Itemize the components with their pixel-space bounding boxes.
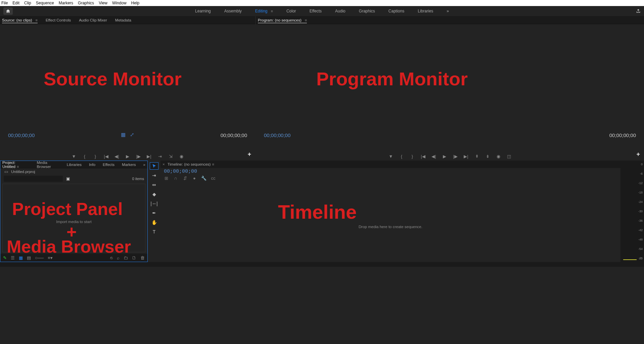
source-settings-icon[interactable]: ▦ (121, 132, 126, 137)
insert-icon[interactable]: ⇥ (157, 154, 162, 159)
tab-metadata[interactable]: Metadata (115, 18, 131, 22)
pen-tool[interactable]: ✒ (150, 210, 158, 216)
delete-icon[interactable]: 🗑 (140, 255, 145, 260)
meter-tick: -48 (638, 238, 643, 241)
menu-edit[interactable]: Edit (12, 1, 19, 5)
menu-view[interactable]: View (99, 1, 107, 5)
workspace-editing[interactable]: Editing (255, 9, 273, 13)
p-export-frame-icon[interactable]: ◉ (496, 154, 501, 159)
menu-markers[interactable]: Markers (59, 1, 73, 5)
timeline-tabs: × Timeline: (no sequences) (160, 161, 620, 168)
audio-meter-panel: 0 -6 -12 -18 -24 -30 -36 -42 -48 -54 dB (620, 161, 644, 262)
annotation-project-panel: Project Panel (12, 199, 123, 219)
share-icon[interactable] (636, 9, 641, 13)
p-compare-icon[interactable]: ◫ (507, 154, 511, 159)
tl-linked-sel-icon[interactable]: ⇵ (183, 176, 187, 180)
p-go-to-out-icon[interactable]: ▶| (464, 154, 468, 159)
slip-tool[interactable]: |↔| (150, 200, 158, 207)
menu-graphics[interactable]: Graphics (78, 1, 94, 5)
p-step-forward-icon[interactable]: |▶ (453, 154, 458, 159)
tab-markers[interactable]: Markers (122, 163, 136, 167)
add-marker-icon[interactable]: ▼ (72, 154, 76, 159)
selection-tool[interactable] (150, 163, 158, 169)
workspace-graphics[interactable]: Graphics (359, 9, 375, 13)
menu-sequence[interactable]: Sequence (36, 1, 54, 5)
workspace-libraries[interactable]: Libraries (418, 9, 433, 13)
workspace-captions[interactable]: Captions (388, 9, 404, 13)
workspace-list: Learning Assembly Editing Color Effects … (195, 9, 449, 13)
new-item-icon[interactable]: 🗋 (132, 255, 136, 260)
source-tc-left[interactable]: 00;00;00;00 (8, 132, 35, 138)
project-search-input[interactable] (4, 176, 63, 182)
meter-tick: -24 (638, 200, 643, 204)
tl-snap-icon[interactable]: ∩ (173, 176, 178, 180)
program-monitor-body: Program Monitor 00;00;00;00 00;00;00;00 … (256, 24, 644, 161)
p-add-marker-icon[interactable]: ▼ (388, 154, 393, 159)
type-tool[interactable]: T (150, 228, 158, 235)
p-play-icon[interactable]: ▶ (442, 154, 447, 159)
project-writable-icon[interactable]: ✎ (3, 255, 7, 260)
go-to-in-icon[interactable]: |◀ (104, 154, 108, 159)
tl-captions-icon[interactable]: cc (211, 176, 216, 180)
step-back-icon[interactable]: ◀| (114, 154, 119, 159)
home-button[interactable] (3, 7, 13, 15)
tab-source[interactable]: Source: (no clips) (2, 18, 38, 23)
tl-settings-icon[interactable]: 🔧 (201, 176, 206, 180)
go-to-out-icon[interactable]: ▶| (147, 154, 151, 159)
p-go-to-in-icon[interactable]: |◀ (421, 154, 425, 159)
workspace-assembly[interactable]: Assembly (224, 9, 242, 13)
ripple-edit-tool[interactable]: ⇔ (150, 181, 158, 188)
step-forward-icon[interactable]: |▶ (136, 154, 141, 159)
play-icon[interactable]: ▶ (125, 154, 130, 159)
menu-file[interactable]: File (1, 1, 8, 5)
meter-tick: -36 (638, 219, 643, 222)
workspace-effects[interactable]: Effects (310, 9, 322, 13)
tab-program[interactable]: Program: (no sequences) (258, 18, 307, 23)
tab-audio-clip-mixer[interactable]: Audio Clip Mixer (79, 18, 107, 22)
tab-effects[interactable]: Effects (103, 163, 114, 167)
project-tabs-overflow[interactable]: » (143, 163, 145, 167)
annotation-timeline: Timeline (278, 201, 357, 223)
tab-timeline[interactable]: Timeline: (no sequences) (168, 162, 214, 166)
export-frame-icon[interactable]: ◉ (179, 154, 184, 159)
hand-tool[interactable]: ✋ (150, 219, 158, 226)
monitor-area: Source: (no clips) Effect Controls Audio… (0, 16, 644, 161)
mark-in-icon[interactable]: { (82, 154, 87, 159)
project-body[interactable]: Project Panel Import media to start + Me… (2, 184, 145, 252)
razor-tool[interactable]: ◆ (150, 191, 158, 198)
tab-effect-controls[interactable]: Effect Controls (46, 18, 71, 22)
workspace-color[interactable]: Color (286, 9, 296, 13)
source-add-button[interactable]: + (247, 151, 251, 158)
tab-libraries[interactable]: Libraries (67, 163, 82, 167)
program-tc-left[interactable]: 00;00;00;00 (264, 132, 290, 138)
menu-help[interactable]: Help (131, 1, 140, 5)
p-step-back-icon[interactable]: ◀| (431, 154, 436, 159)
p-extract-icon[interactable]: ⇟ (485, 154, 490, 159)
new-bin-from-search-icon[interactable]: ▣ (65, 176, 70, 181)
menu-clip[interactable]: Clip (24, 1, 31, 5)
tl-marker-icon[interactable]: ● (192, 176, 197, 180)
annotation-media-browser: Media Browser (7, 236, 131, 257)
tab-media-browser[interactable]: Media Browser (37, 161, 59, 169)
timeline-timecode[interactable]: 00;00;00;00 (160, 168, 620, 175)
tl-seq-nest-icon[interactable]: ⊞ (164, 176, 169, 180)
workspace-audio[interactable]: Audio (335, 9, 346, 13)
tab-info[interactable]: Info (89, 163, 95, 167)
program-transport: ▼ { } |◀ ◀| ▶ |▶ ▶| ⇞ ⇟ ◉ ◫ (256, 154, 644, 159)
p-lift-icon[interactable]: ⇞ (474, 154, 479, 159)
p-mark-out-icon[interactable]: } (410, 154, 415, 159)
tools-panel: ⇥ ⇔ ◆ |↔| ✒ ✋ T (148, 161, 160, 262)
track-select-tool[interactable]: ⇥ (150, 172, 158, 179)
workspace-learning[interactable]: Learning (195, 9, 211, 13)
program-add-button[interactable]: + (636, 151, 640, 158)
menu-window[interactable]: Window (112, 1, 127, 5)
source-fit-icon[interactable]: ⤢ (130, 132, 134, 137)
program-monitor-panel: Program: (no sequences) Program Monitor … (256, 16, 644, 161)
workspace-overflow[interactable]: » (447, 9, 449, 13)
p-mark-in-icon[interactable]: { (399, 154, 404, 159)
overwrite-icon[interactable]: ⇲ (168, 154, 173, 159)
timeline-body[interactable]: Timeline Drop media here to create seque… (160, 181, 620, 262)
mark-out-icon[interactable]: } (93, 154, 98, 159)
meter-tick: -42 (638, 228, 643, 232)
tab-project[interactable]: Project: Untitled (2, 161, 29, 169)
